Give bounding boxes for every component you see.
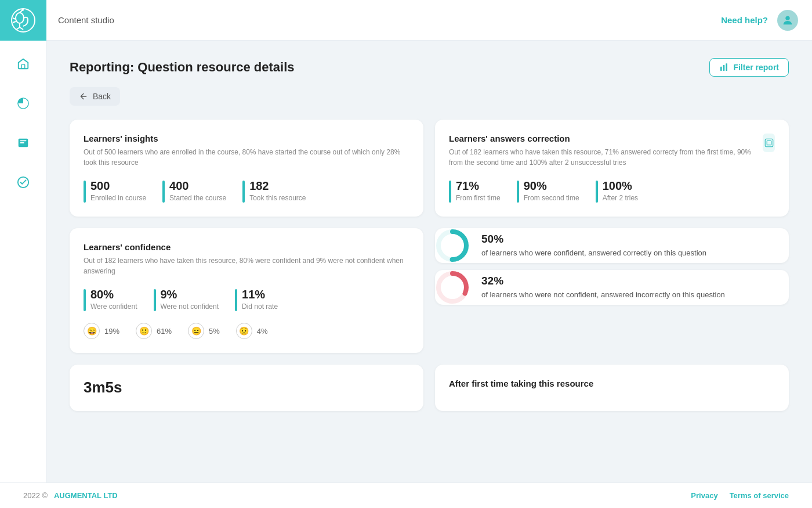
emoji-face-sad: 😟: [236, 323, 252, 339]
svg-rect-20: [767, 140, 771, 145]
not-confident-donut: [435, 270, 470, 305]
stat-number-100: 100%: [603, 179, 638, 193]
footer-company-link[interactable]: AUGMENTAL LTD: [54, 491, 118, 500]
learners-confidence-stats: 80% Were confident 9% Were not confident: [84, 288, 409, 311]
stat-number-80: 80%: [90, 288, 137, 301]
answers-correction-title: Learners' answers correction: [449, 134, 763, 143]
learners-confidence-title: Learners' confidence: [84, 242, 409, 252]
stat-label-first-time: From first time: [456, 194, 501, 202]
top-nav: Content studio Need help?: [0, 0, 812, 41]
layout: Reporting: Question resource details Fil…: [0, 41, 812, 482]
emoji-row: 😄 19% 🙂 61% 😐 5% 😟 4%: [84, 323, 409, 339]
not-confident-donut-card: 32% of learners who were not confident, …: [435, 270, 789, 305]
need-help-link[interactable]: Need help?: [721, 15, 768, 25]
answers-correction-desc: Out of 182 learners who have taken this …: [449, 147, 763, 168]
back-button[interactable]: Back: [70, 87, 120, 106]
svg-line-6: [16, 27, 20, 30]
learners-insights-title: Learners' insights: [84, 134, 409, 143]
stat-label-did-not-rate: Did not rate: [242, 302, 278, 311]
stat-label-second-time: From second time: [524, 194, 579, 202]
stat-bar: [596, 181, 598, 203]
stat-number-started: 400: [169, 179, 226, 193]
stat-number-11: 11%: [242, 288, 278, 301]
learners-insights-stats: 500 Enrolled in course 400 Started the c…: [84, 179, 409, 203]
stat-bar: [84, 289, 86, 311]
donut-cards: 50% of learners who were confident, answ…: [435, 228, 789, 353]
stat-label-enrolled: Enrolled in course: [90, 194, 146, 202]
stat-label-not-confident: Were not confident: [161, 302, 219, 311]
svg-rect-14: [20, 142, 24, 143]
time-value: 3m5s: [84, 379, 409, 397]
stat-item-enrolled: 500 Enrolled in course: [84, 179, 146, 203]
svg-line-8: [13, 21, 16, 23]
emoji-item-3: 😟 4%: [236, 323, 268, 339]
footer-links: Privacy Terms of service: [691, 491, 789, 500]
footer: 2022 © AUGMENTAL LTD Privacy Terms of se…: [0, 482, 812, 508]
stat-item-second-time: 90% From second time: [517, 179, 579, 203]
sidebar-item-content[interactable]: [12, 131, 35, 154]
svg-point-1: [16, 13, 24, 23]
svg-rect-10: [21, 64, 25, 69]
emoji-face-smile: 🙂: [136, 323, 152, 339]
stat-bar: [242, 181, 245, 203]
learners-confidence-desc: Out of 182 learners who have taken this …: [84, 255, 409, 276]
stat-bar: [162, 181, 165, 203]
emoji-value-1: 61%: [157, 327, 172, 336]
time-card: 3m5s: [70, 365, 423, 411]
avatar[interactable]: [777, 10, 798, 31]
footer-year: 2022 ©: [23, 491, 48, 500]
svg-rect-17: [723, 65, 725, 71]
page-header: Reporting: Question resource details Fil…: [70, 58, 789, 77]
not-confident-label: of learners who were not confident, answ…: [481, 290, 725, 300]
sidebar-item-check[interactable]: [12, 171, 35, 194]
learners-confidence-card: Learners' confidence Out of 182 learners…: [70, 228, 423, 353]
filter-report-button[interactable]: Filter report: [709, 58, 789, 77]
answers-correction-stats: 71% From first time 90% From second time: [449, 179, 775, 203]
not-confident-percent: 32%: [481, 275, 725, 287]
footer-privacy-link[interactable]: Privacy: [691, 491, 717, 500]
emoji-value-2: 5%: [209, 327, 220, 336]
stat-bar: [449, 181, 451, 203]
emoji-item-2: 😐 5%: [188, 323, 220, 339]
stat-number-enrolled: 500: [90, 179, 146, 193]
stat-item-after-2-tries: 100% After 2 tries: [596, 179, 638, 203]
stat-bar: [154, 289, 156, 311]
bar-chart-icon: [719, 63, 728, 72]
svg-rect-13: [20, 140, 26, 141]
sidebar-item-reports[interactable]: [12, 92, 35, 115]
emoji-face-happy: 😄: [84, 323, 100, 339]
stat-item-first-time: 71% From first time: [449, 179, 501, 203]
footer-left: 2022 © AUGMENTAL LTD: [23, 491, 118, 500]
stat-item-confident: 80% Were confident: [84, 288, 137, 311]
emoji-value-3: 4%: [257, 327, 268, 336]
svg-line-2: [20, 10, 22, 13]
screenshot-icon-btn[interactable]: [763, 134, 775, 152]
stat-number-71: 71%: [456, 179, 501, 193]
cards-grid: Learners' insights Out of 500 learners w…: [70, 120, 789, 353]
svg-line-5: [20, 27, 23, 30]
arrow-left-icon: [79, 92, 88, 101]
nav-left: Content studio: [0, 0, 114, 41]
app-title: Content studio: [46, 15, 114, 25]
stat-label-took: Took this resource: [249, 194, 306, 202]
learners-insights-card: Learners' insights Out of 500 learners w…: [70, 120, 423, 217]
stat-label-confident: Were confident: [90, 302, 137, 311]
stat-label-after-tries: After 2 tries: [603, 194, 638, 202]
stat-bar: [517, 181, 519, 203]
footer-terms-link[interactable]: Terms of service: [730, 491, 789, 500]
confident-donut: [435, 228, 470, 263]
confident-label: of learners who were confident, answered…: [481, 248, 706, 258]
sidebar-item-home[interactable]: [12, 52, 35, 75]
main-content: Reporting: Question resource details Fil…: [46, 41, 812, 482]
stat-bar: [235, 289, 237, 311]
svg-rect-16: [720, 67, 722, 71]
confident-percent: 50%: [481, 233, 706, 246]
learners-insights-desc: Out of 500 learners who are enrolled in …: [84, 147, 409, 168]
logo-box: [0, 0, 46, 41]
answers-correction-card: Learners' answers correction Out of 182 …: [435, 120, 789, 217]
stat-item-did-not-rate: 11% Did not rate: [235, 288, 278, 311]
stat-number-90: 90%: [524, 179, 579, 193]
stat-item-not-confident: 9% Were not confident: [154, 288, 219, 311]
nav-right: Need help?: [721, 10, 798, 31]
sidebar: [0, 41, 46, 482]
